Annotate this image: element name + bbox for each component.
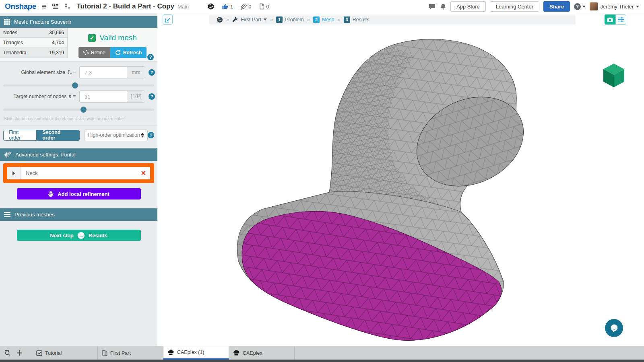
top-bar: Onshape ≡ Tutorial 2 - Build a Part - Co… (0, 0, 644, 13)
share-button[interactable]: Share (543, 1, 570, 12)
hamburger-menu-icon[interactable]: ≡ (42, 2, 47, 11)
view-options-button[interactable] (615, 14, 626, 25)
refine-button[interactable]: Refine (78, 47, 110, 58)
chat-widget-button[interactable] (605, 319, 623, 337)
refine-label: Refine (91, 50, 105, 56)
screenshot-camera-button[interactable] (605, 14, 615, 25)
likes-count[interactable]: 1 (222, 3, 233, 10)
local-refinement-card: ✕ (3, 163, 154, 183)
hand-icon (48, 191, 54, 197)
target-nodes-unit: [10³] (127, 90, 145, 103)
gears-icon (4, 152, 11, 158)
app-store-button[interactable]: App Store (450, 1, 486, 12)
document-title: Tutorial 2 - Build a Part - Copy (76, 2, 174, 10)
user-menu[interactable]: Jeremy Theler (590, 2, 639, 10)
insert-version-icon[interactable] (64, 3, 70, 10)
tutorial-tab-icon (36, 350, 42, 356)
stat-value: 4,704 (52, 40, 64, 45)
panel-header[interactable]: Mesh: Fracture Souvenir (0, 16, 157, 28)
chevron-down-icon (582, 6, 586, 8)
copies-count[interactable]: 0 (259, 3, 269, 10)
mesh-3d-view[interactable] (157, 13, 644, 346)
first-order-button[interactable]: First order (3, 130, 37, 141)
next-step-results-button[interactable]: Next step → Results (17, 230, 141, 241)
mesh-panel: Mesh: Fracture Souvenir Nodes 30,666 Tri… (0, 13, 157, 346)
breadcrumb-separator: » (270, 16, 273, 23)
global-size-slider[interactable] (3, 82, 154, 88)
edit-button[interactable] (163, 14, 173, 25)
optimization-select[interactable]: High-order optimization (85, 129, 148, 141)
tab-tutorial[interactable]: Tutorial (32, 346, 98, 360)
breadcrumb-step-mesh[interactable]: 2 Mesh (313, 16, 334, 23)
workspace-label[interactable]: Main (178, 4, 189, 10)
tab-first-part[interactable]: First Part (98, 346, 163, 360)
versions-icon[interactable] (52, 3, 59, 10)
add-refinement-label: Add local refinement (58, 191, 109, 197)
slider-track[interactable] (3, 109, 154, 111)
public-globe-icon[interactable] (207, 3, 215, 10)
mesh-size-zone: Global element size ℓc = mm ? Target num… (0, 62, 157, 125)
breadcrumb-separator: » (338, 16, 341, 23)
3d-viewport[interactable]: » First Part » 1 Problem » 2 Mesh » 3 Re… (157, 13, 644, 346)
refresh-icon (115, 50, 121, 56)
comments-icon[interactable] (428, 3, 436, 10)
next-step-label: Next step (50, 232, 74, 239)
results-label: Results (89, 232, 107, 239)
tab-label: Tutorial (45, 350, 62, 356)
learning-center-button[interactable]: Learning Center (490, 1, 539, 12)
tab-label: CAEplex (243, 350, 262, 356)
notifications-bell-icon[interactable] (440, 3, 446, 10)
target-nodes-input[interactable] (79, 90, 127, 103)
breadcrumb-step-results[interactable]: 3 Results (344, 16, 369, 23)
target-nodes-help-icon[interactable]: ? (149, 93, 155, 100)
advanced-settings-label: Advanced settings: frontal (15, 152, 76, 158)
global-size-help-icon[interactable]: ? (149, 69, 155, 76)
step-label: Results (353, 17, 369, 23)
valid-check-icon: ✓ (88, 34, 96, 42)
expand-refinement-button[interactable] (7, 167, 21, 179)
global-size-label: Global element size (21, 70, 66, 75)
advanced-settings-bar[interactable]: Advanced settings: frontal (0, 148, 157, 161)
slider-hint-text: Slide the beans and check the element si… (0, 113, 157, 123)
slider-thumb[interactable] (80, 107, 87, 113)
sliders-icon (618, 17, 624, 22)
add-tab-icon[interactable] (14, 346, 25, 360)
add-local-refinement-button[interactable]: Add local refinement (17, 188, 141, 200)
breadcrumb-step-problem[interactable]: 1 Problem (276, 16, 304, 23)
wrench-icon (232, 17, 238, 22)
table-row: Tetrahedra 19,319 (0, 48, 67, 58)
onshape-logo[interactable]: Onshape (5, 2, 36, 11)
tab-caeplex[interactable]: CAEplex (229, 346, 295, 360)
slider-thumb[interactable] (72, 82, 78, 88)
refinement-name-input[interactable] (21, 170, 137, 176)
copies-value: 0 (266, 4, 269, 10)
mesh-help-icon[interactable]: ? (147, 54, 154, 60)
refresh-button[interactable]: Refresh (110, 47, 147, 58)
play-icon (12, 171, 15, 175)
valid-mesh-status: ✓ Valid mesh (88, 33, 137, 42)
global-size-symbol: ℓc = (67, 69, 76, 76)
slider-track[interactable] (3, 84, 154, 86)
delete-refinement-icon[interactable]: ✕ (137, 169, 150, 177)
order-help-icon[interactable]: ? (148, 132, 154, 138)
search-tabs-icon[interactable] (2, 346, 14, 360)
links-count[interactable]: 0 (240, 3, 251, 10)
caeplex-cloud-icon (233, 350, 240, 356)
stat-value: 19,319 (49, 50, 64, 56)
second-order-button[interactable]: Second order (37, 130, 79, 141)
table-row: Nodes 30,666 (0, 28, 67, 38)
stat-label: Nodes (3, 30, 17, 35)
target-nodes-slider[interactable] (3, 107, 154, 112)
help-icon: ? (574, 3, 581, 10)
globe-icon[interactable] (217, 16, 223, 23)
global-size-unit: mm (127, 66, 145, 78)
previous-meshes-bar[interactable]: Previous meshes (0, 208, 157, 221)
help-menu[interactable]: ? (574, 3, 586, 10)
breadcrumb-part[interactable]: First Part (232, 17, 267, 23)
chat-bubble-icon (609, 323, 619, 333)
part-studio-icon (102, 350, 107, 356)
stat-label: Tetrahedra (3, 50, 26, 56)
arrow-right-icon: → (78, 232, 85, 239)
global-size-input[interactable] (79, 66, 127, 78)
tab-caeplex-1[interactable]: CAEplex (1) (163, 346, 229, 360)
